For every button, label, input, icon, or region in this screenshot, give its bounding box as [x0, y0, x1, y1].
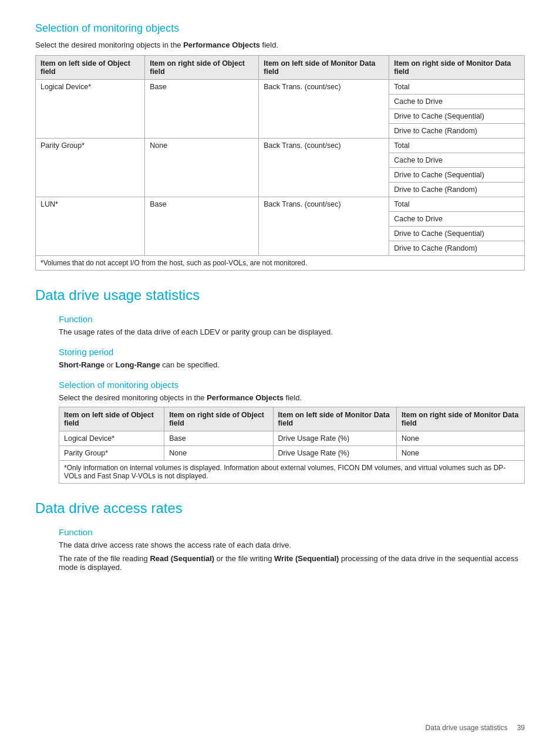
section3-function-text2: The rate of the file reading Read (Seque…: [35, 554, 525, 572]
footer-section-label: Data drive usage statistics: [426, 724, 508, 732]
cell-right-monitor: Drive to Cache (Sequential): [389, 227, 525, 241]
cell-right-monitor: None: [397, 446, 525, 461]
cell-right-monitor: Cache to Drive: [389, 212, 525, 227]
table-row: Logical Device* Base Drive Usage Rate (%…: [59, 431, 525, 446]
cell-right-monitor: Drive to Cache (Sequential): [389, 109, 525, 124]
section2-selection-subtitle: Selection of monitoring objects: [35, 380, 525, 390]
col-header-1: Item on left side of Object field: [36, 56, 145, 80]
cell-right-object: None: [164, 446, 273, 461]
cell-right-monitor: Total: [389, 139, 525, 153]
col-header-2: Item on right side of Object field: [164, 407, 273, 431]
footer-page-number: 39: [517, 724, 525, 732]
section1-table-wrap: Item on left side of Object field Item o…: [35, 55, 525, 271]
section2-selection-intro: Select the desired monitoring objects in…: [35, 393, 525, 402]
cell-left-object: Parity Group*: [36, 139, 145, 197]
cell-left-monitor: Drive Usage Rate (%): [273, 431, 397, 446]
cell-left-monitor: Back Trans. (count/sec): [259, 197, 389, 256]
section2-storing-subtitle: Storing period: [35, 347, 525, 357]
section2-table-wrap: Item on left side of Object field Item o…: [35, 407, 525, 484]
section1-table: Item on left side of Object field Item o…: [35, 55, 525, 271]
page-footer: Data drive usage statistics 39: [426, 724, 525, 732]
section2-table: Item on left side of Object field Item o…: [59, 407, 525, 484]
cell-right-object: Base: [164, 431, 273, 446]
cell-right-monitor: Drive to Cache (Sequential): [389, 168, 525, 183]
cell-left-monitor: Back Trans. (count/sec): [259, 80, 389, 139]
section1-intro: Select the desired monitoring objects in…: [35, 40, 525, 49]
cell-right-monitor: Drive to Cache (Random): [389, 241, 525, 256]
cell-right-monitor: Total: [389, 80, 525, 94]
cell-right-monitor: None: [397, 431, 525, 446]
section2-storing-text: Short-Range or Long-Range can be specifi…: [35, 360, 525, 369]
col-header-2: Item on right side of Object field: [145, 56, 259, 80]
table-row: Logical Device* Base Back Trans. (count/…: [36, 80, 525, 94]
section3-title: Data drive access rates: [35, 500, 525, 517]
footnote-row: *Volumes that do not accept I/O from the…: [36, 256, 525, 271]
section2-footnote-row: *Only information on internal volumes is…: [59, 461, 525, 484]
cell-right-monitor: Drive to Cache (Random): [389, 183, 525, 197]
section3: Data drive access rates Function The dat…: [35, 500, 525, 572]
col-header-3: Item on left side of Monitor Data field: [259, 56, 389, 80]
cell-left-object: Logical Device*: [59, 431, 164, 446]
cell-left-object: Parity Group*: [59, 446, 164, 461]
col-header-3: Item on left side of Monitor Data field: [273, 407, 397, 431]
cell-right-monitor: Drive to Cache (Random): [389, 124, 525, 139]
cell-left-object: LUN*: [36, 197, 145, 256]
cell-right-object: Base: [145, 197, 259, 256]
section1-footnote: *Volumes that do not accept I/O from the…: [36, 256, 525, 271]
section3-function-subtitle: Function: [35, 527, 525, 537]
col-header-4: Item on right side of Monitor Data field: [397, 407, 525, 431]
table-row: LUN* Base Back Trans. (count/sec) Total: [36, 197, 525, 212]
cell-left-object: Logical Device*: [36, 80, 145, 139]
section3-function-text1: The data drive access rate shows the acc…: [35, 541, 525, 549]
section2-function-subtitle: Function: [35, 314, 525, 324]
col-header-1: Item on left side of Object field: [59, 407, 164, 431]
col-header-4: Item on right side of Monitor Data field: [389, 56, 525, 80]
table-row: Parity Group* None Back Trans. (count/se…: [36, 139, 525, 153]
section2-function-text: The usage rates of the data drive of eac…: [35, 328, 525, 336]
cell-left-monitor: Drive Usage Rate (%): [273, 446, 397, 461]
cell-right-monitor: Cache to Drive: [389, 94, 525, 109]
cell-right-object: Base: [145, 80, 259, 139]
section1: Selection of monitoring objects Select t…: [35, 22, 525, 271]
cell-right-monitor: Total: [389, 197, 525, 212]
section2: Data drive usage statistics Function The…: [35, 287, 525, 484]
section2-title: Data drive usage statistics: [35, 287, 525, 303]
cell-right-object: None: [145, 139, 259, 197]
section2-footnote: *Only information on internal volumes is…: [59, 461, 525, 484]
cell-left-monitor: Back Trans. (count/sec): [259, 139, 389, 197]
cell-right-monitor: Cache to Drive: [389, 153, 525, 168]
table-row: Parity Group* None Drive Usage Rate (%) …: [59, 446, 525, 461]
section1-title: Selection of monitoring objects: [35, 22, 525, 35]
